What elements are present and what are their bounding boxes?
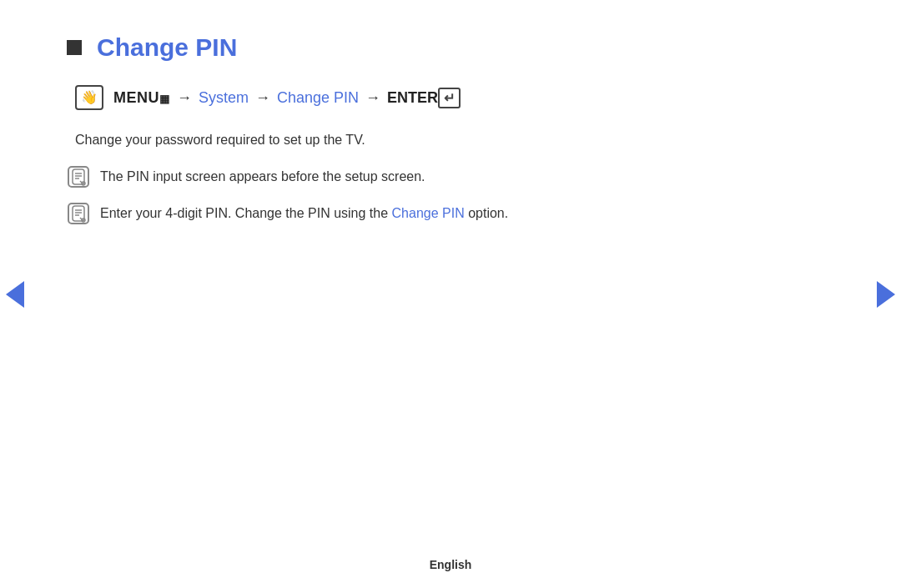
title-square-icon <box>67 40 82 55</box>
title-row: Change PIN <box>67 33 751 62</box>
nav-arrow-2: → <box>255 89 270 107</box>
footer: English <box>0 558 901 571</box>
nav-arrow-1: → <box>177 89 192 107</box>
note-icon-1 <box>67 165 90 188</box>
nav-system-label: System <box>199 89 249 107</box>
note-item-1: The PIN input screen appears before the … <box>67 165 751 188</box>
right-arrow-icon <box>877 281 895 308</box>
note-icon-2 <box>67 202 90 225</box>
left-arrow-icon <box>6 281 24 308</box>
menu-icon: 👋 <box>75 85 103 110</box>
note-2-link: Change PIN <box>392 206 465 220</box>
next-page-button[interactable] <box>871 274 901 315</box>
footer-language: English <box>430 558 472 571</box>
nav-change-pin-label: Change PIN <box>277 89 359 107</box>
note-text-1: The PIN input screen appears before the … <box>100 165 425 187</box>
note-2-before: Enter your 4-digit PIN. Change the PIN u… <box>100 206 392 220</box>
menu-finger-icon: 👋 <box>81 91 98 104</box>
nav-path: 👋 MENU▦ → System → Change PIN → ENTER↵ <box>75 85 751 110</box>
nav-arrow-3: → <box>365 89 380 107</box>
note-item-2: Enter your 4-digit PIN. Change the PIN u… <box>67 202 751 225</box>
enter-icon: ↵ <box>438 88 461 108</box>
menu-label: MENU▦ <box>113 89 170 107</box>
prev-page-button[interactable] <box>0 274 30 315</box>
main-content: Change PIN 👋 MENU▦ → System → Change PIN… <box>0 0 818 272</box>
enter-label: ENTER↵ <box>387 88 461 108</box>
note-2-after: option. <box>465 206 508 220</box>
page-title: Change PIN <box>97 33 237 62</box>
description-text: Change your password required to set up … <box>75 130 751 150</box>
note-text-2: Enter your 4-digit PIN. Change the PIN u… <box>100 202 508 224</box>
